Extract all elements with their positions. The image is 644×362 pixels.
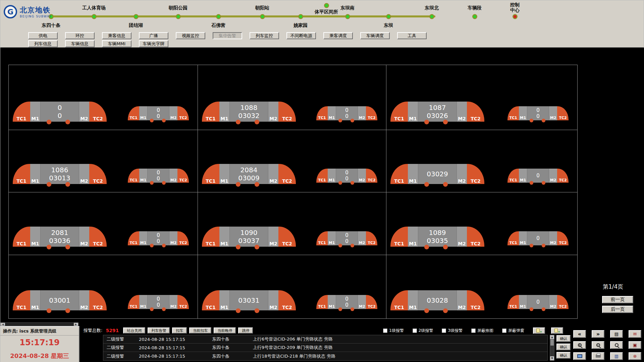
train-big[interactable]: TC1M103001M2TC2 (13, 290, 107, 310)
toolbar-ups-button[interactable]: 不间断电源 (286, 32, 316, 39)
alarm-table-scrollbar[interactable]: ▲ ▼ (550, 335, 554, 361)
station-yaojiayuan-dot[interactable] (298, 14, 303, 19)
ctrl-zoom-in-button[interactable]: + (573, 341, 586, 349)
train-small[interactable]: TC1M100M2TC2 (316, 231, 377, 245)
ctrl-first-page-button[interactable]: « (573, 330, 586, 338)
train-small[interactable]: TC1M100M2TC2 (128, 295, 189, 309)
ctrl-monitor-button[interactable] (573, 352, 586, 360)
alarm-row[interactable]: 二级报警2024-08-28 15:17:15东四十条上行9号雷达CID-209… (103, 344, 547, 352)
station-close-button[interactable]: 站台关闭 (123, 327, 145, 334)
ctrl-last-page-button[interactable]: » (592, 330, 604, 338)
scroll-left-icon[interactable]: ◀ (1, 323, 5, 326)
toolbar-train-info-button[interactable]: 列车信息 (28, 40, 58, 47)
scroll-right-icon[interactable]: ▶ (74, 323, 78, 326)
alarm-row[interactable]: 二级报警2024-08-28 15:17:15东四十条上行6号雷达CID-206… (103, 335, 547, 344)
toolbar-passenger-dispatch-button[interactable]: 乘客调度 (323, 32, 353, 39)
toolbar-video-monitor-button[interactable]: 视频监控 (176, 32, 205, 39)
system-time: 15:17:19 (0, 336, 79, 350)
checkbox-icon[interactable] (383, 328, 387, 333)
push-screen-button[interactable]: » (533, 327, 545, 334)
train-alarm-button[interactable]: 列车告警 (148, 327, 170, 334)
toolbar-vehicle-dispatch-button[interactable]: 车辆调度 (360, 32, 390, 39)
station-chaoyang-park-dot[interactable] (176, 14, 181, 19)
station-dongba-south-dot[interactable] (345, 14, 350, 19)
alarm-level: 二级报警 (103, 336, 136, 342)
train-small[interactable]: TC1M100M2TC2 (128, 106, 189, 120)
toolbar-vehicle-indicator-button[interactable]: 车辆光字牌 (139, 40, 168, 47)
scrollbar-thumb[interactable] (550, 340, 554, 346)
station-chaoyang-station-dot[interactable] (260, 14, 265, 19)
checkbox-icon[interactable] (502, 328, 506, 333)
train-big[interactable]: TC1M103031M2TC2 (202, 290, 296, 310)
train-small[interactable]: TC1M100M2TC2 (316, 169, 377, 183)
train-small[interactable]: TC1M100M2TC2 (128, 231, 189, 245)
main-horizontal-scrollbar[interactable]: ◀ ▶ (0, 322, 78, 326)
station-dongba-north-dot[interactable] (429, 14, 434, 19)
level1-alarm-checkbox[interactable]: 1级报警 (383, 328, 404, 334)
train-big[interactable]: TC1M100M2TC2 (13, 102, 107, 122)
alarm-station: 东四十条 (209, 353, 250, 359)
checkbox-icon[interactable] (413, 328, 417, 333)
scroll-down-icon[interactable]: ▼ (550, 356, 554, 360)
alarm-ack-button[interactable]: 确认 (556, 344, 571, 350)
train-big[interactable]: TC1M1108603013M2TC2 (13, 164, 107, 184)
train-small[interactable]: TC1M100M2TC2 (316, 295, 377, 309)
train-small[interactable]: TC1M10M2TC2 (507, 295, 569, 309)
toolbar-vehicle-mmi-button[interactable]: 车辆MMI (102, 40, 131, 47)
next-page-button[interactable]: 后一页 (602, 306, 633, 313)
popup-screen-button[interactable]: » (551, 327, 563, 334)
mask-push-checkbox[interactable]: 屏蔽推图 (471, 328, 493, 334)
station-tuanjiehu-dot[interactable] (133, 14, 139, 19)
station-shifoying-dot[interactable] (216, 14, 221, 19)
skip-stop-button[interactable]: 跳停 (238, 327, 253, 334)
train-small[interactable]: TC1M10M2TC2 (507, 231, 569, 245)
train-big[interactable]: TC1M1208403009M2TC2 (202, 164, 296, 184)
train-big[interactable]: TC1M1208103036M2TC2 (13, 227, 107, 247)
train-big[interactable]: TC1M1109003037M2TC2 (202, 227, 296, 247)
toolbar-environment-control-button[interactable]: 环控 (65, 32, 95, 39)
train-big[interactable]: TC1M1108803032M2TC2 (202, 102, 296, 122)
ctrl-mail-button[interactable]: ✉ (629, 330, 641, 338)
scroll-up-icon[interactable]: ▲ (550, 335, 554, 339)
toolbar-vehicle-info-button[interactable]: 车辆信息 (65, 40, 95, 47)
depot-dot[interactable] (472, 14, 477, 19)
toolbar-tools-button[interactable]: 工具 (397, 32, 427, 39)
control-center-dot[interactable] (513, 14, 518, 19)
alarm-ack-button[interactable]: 确认 (556, 352, 571, 359)
alarm-ack-button[interactable]: 确认 (556, 335, 571, 342)
level2-alarm-checkbox[interactable]: 2级报警 (413, 328, 433, 334)
mask-popup-checkbox[interactable]: 屏蔽弹窗 (502, 328, 524, 334)
train-big[interactable]: TC1M1108903035M2TC2 (390, 227, 484, 247)
ctrl-report-button[interactable]: ▤ (610, 330, 623, 338)
train-number-display: 0 (527, 231, 549, 245)
train-big[interactable]: TC1M1108703026M2TC2 (390, 102, 484, 122)
current-late-stop-button[interactable]: 当前晚停 (214, 327, 236, 334)
hold-train-button[interactable]: 扣车 (172, 327, 187, 334)
train-small[interactable]: TC1M100M2TC2 (128, 169, 189, 183)
train-small[interactable]: TC1M100M2TC2 (316, 106, 377, 120)
prev-page-button[interactable]: 前一页 (602, 296, 633, 303)
toolbar-broadcast-button[interactable]: 广播 (139, 32, 168, 39)
train-big[interactable]: TC1M103029M2TC2 (390, 164, 484, 184)
station-workers-stadium-dot[interactable] (92, 14, 97, 19)
ctrl-printer-button[interactable] (592, 352, 604, 360)
alarm-row[interactable]: 二级报警2024-08-28 15:17:15东四十条上行18号雷达CID-21… (103, 352, 547, 360)
toolbar-passenger-info-button[interactable]: 乘客信息 (102, 32, 131, 39)
toolbar-train-monitor-button[interactable]: 列车监控 (250, 32, 279, 39)
train-small[interactable]: TC1M10M2TC2 (507, 169, 569, 183)
station-dongba-dot[interactable] (386, 14, 391, 19)
toolbar-central-alarm-button[interactable]: 集中告警 (213, 32, 242, 39)
ctrl-chart-button[interactable]: ▥ (610, 352, 623, 360)
ctrl-search-button[interactable] (610, 341, 623, 349)
level3-alarm-checkbox[interactable]: 3级报警 (442, 328, 463, 334)
checkbox-icon[interactable] (442, 328, 446, 333)
tiping-interlocking-dot[interactable] (324, 3, 329, 8)
current-hold-button[interactable]: 当前扣车 (189, 327, 211, 334)
checkbox-icon[interactable] (471, 328, 476, 333)
toolbar-power-supply-button[interactable]: 供电 (28, 32, 58, 39)
ctrl-exit-button[interactable]: ⊗ (629, 352, 641, 360)
train-big[interactable]: TC1M103028M2TC2 (390, 290, 484, 310)
train-small[interactable]: TC1M100M2TC2 (507, 106, 569, 120)
ctrl-snapshot-button[interactable]: ▣ (629, 341, 641, 349)
ctrl-zoom-out-button[interactable]: − (592, 341, 604, 349)
